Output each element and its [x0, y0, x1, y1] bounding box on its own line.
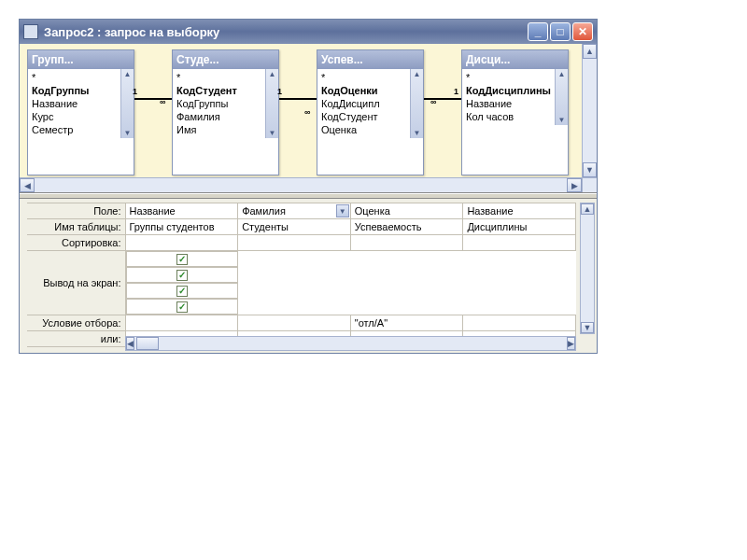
grid-cell-sort[interactable]: [350, 235, 463, 251]
grid-vertical-scrollbar[interactable]: ▲ ▼: [580, 203, 595, 334]
scroll-down-icon[interactable]: ▼: [581, 322, 594, 333]
field-item[interactable]: Оценка: [321, 123, 419, 136]
cell-value: Фамилия: [242, 205, 286, 217]
scroll-up-icon[interactable]: ▲: [414, 69, 421, 79]
show-checkbox[interactable]: ✓: [176, 270, 188, 281]
field-item[interactable]: КодДисципл: [321, 97, 419, 110]
grid-row-label: или:: [27, 331, 125, 347]
table-box[interactable]: Групп...*КодГруппыНазваниеКурсСеместр▲▼: [27, 49, 134, 175]
grid-cell-sort[interactable]: [463, 235, 576, 251]
relation-many-label: ∞: [430, 97, 436, 106]
tables-diagram-pane[interactable]: Групп...*КодГруппыНазваниеКурсСеместр▲▼С…: [20, 44, 597, 193]
scroll-thumb[interactable]: [136, 337, 159, 350]
scroll-down-icon[interactable]: ▼: [414, 128, 421, 138]
grid-row-sort: Сортировка:: [27, 235, 576, 251]
show-checkbox[interactable]: ✓: [176, 286, 188, 297]
table-scrollbar[interactable]: ▲▼: [410, 69, 423, 138]
grid-cell-criteria[interactable]: [125, 315, 238, 331]
grid-row-field: Поле:НазваниеФамилия▼ОценкаНазвание: [27, 203, 576, 219]
grid-cell-table[interactable]: Дисциплины: [463, 219, 576, 235]
grid-cell-show[interactable]: ✓: [126, 299, 238, 315]
grid-cell-sort[interactable]: [125, 235, 238, 251]
dropdown-arrow-icon[interactable]: ▼: [336, 204, 349, 217]
field-item[interactable]: Название: [32, 97, 130, 110]
grid-cell-field[interactable]: Оценка: [350, 203, 463, 219]
table-title[interactable]: Студе...: [173, 50, 278, 69]
field-item[interactable]: КодДисциплины: [466, 84, 564, 97]
table-title[interactable]: Успев...: [317, 50, 423, 69]
table-scrollbar[interactable]: ▲▼: [265, 69, 278, 138]
grid-horizontal-scrollbar[interactable]: ◀ ▶: [125, 336, 576, 351]
minimize-button[interactable]: _: [528, 22, 548, 41]
scroll-up-icon[interactable]: ▲: [583, 44, 597, 59]
table-field-list[interactable]: *КодСтудентКодГруппыФамилияИмя▲▼: [173, 69, 278, 138]
scroll-down-icon[interactable]: ▼: [269, 128, 276, 138]
field-item[interactable]: КодГруппы: [32, 84, 130, 97]
grid-cell-field[interactable]: Фамилия▼: [238, 203, 351, 219]
relation-one-label: 1: [277, 87, 282, 96]
diagram-vertical-scrollbar[interactable]: ▲ ▼: [582, 44, 597, 177]
table-box[interactable]: Студе...*КодСтудентКодГруппыФамилияИмя▲▼: [172, 49, 279, 175]
scroll-up-icon[interactable]: ▲: [558, 69, 566, 79]
cell-value: Группы студентов: [130, 221, 215, 232]
table-box[interactable]: Дисци...*КодДисциплиныНазваниеКол часов▲…: [461, 49, 569, 175]
scroll-up-icon[interactable]: ▲: [124, 69, 132, 79]
scroll-left-icon[interactable]: ◀: [20, 178, 35, 192]
grid-cell-table[interactable]: Группы студентов: [125, 219, 238, 235]
field-item[interactable]: КодГруппы: [176, 97, 275, 110]
grid-cell-show[interactable]: ✓: [126, 251, 238, 267]
field-item[interactable]: Курс: [32, 110, 130, 123]
scroll-right-icon[interactable]: ▶: [567, 337, 575, 350]
table-scrollbar[interactable]: ▲▼: [120, 69, 134, 138]
cell-value: Оценка: [355, 205, 390, 217]
field-item[interactable]: *: [321, 71, 419, 84]
query-design-grid[interactable]: Поле:НазваниеФамилия▼ОценкаНазваниеИмя т…: [27, 203, 576, 347]
diagram-horizontal-scrollbar[interactable]: ◀ ▶: [20, 177, 582, 192]
show-checkbox[interactable]: ✓: [176, 254, 188, 265]
table-scrollbar[interactable]: ▲▼: [555, 69, 568, 125]
grid-cell-criteria[interactable]: "отл/A": [350, 315, 463, 331]
table-field-list[interactable]: *КодОценкиКодДисциплКодСтудентОценка▲▼: [317, 69, 423, 138]
table-title[interactable]: Дисци...: [462, 50, 568, 69]
grid-cell-field[interactable]: Название: [125, 203, 238, 219]
grid-cell-field[interactable]: Название: [463, 203, 576, 219]
query-design-window: Запрос2 : запрос на выборку _ □ ✕ Групп.…: [19, 19, 598, 354]
cell-value: Студенты: [242, 221, 289, 232]
table-box[interactable]: Успев...*КодОценкиКодДисциплКодСтудентОц…: [317, 49, 424, 175]
grid-cell-table[interactable]: Студенты: [238, 219, 351, 235]
table-field-list[interactable]: *КодДисциплиныНазваниеКол часов▲▼: [462, 69, 568, 125]
scroll-up-icon[interactable]: ▲: [581, 203, 594, 215]
field-item[interactable]: КодСтудент: [321, 110, 419, 123]
field-item[interactable]: Кол часов: [466, 110, 564, 123]
field-item[interactable]: Семестр: [32, 123, 130, 136]
close-button[interactable]: ✕: [572, 22, 593, 41]
grid-cell-criteria[interactable]: [463, 315, 576, 331]
scroll-up-icon[interactable]: ▲: [269, 69, 276, 79]
show-checkbox[interactable]: ✓: [176, 301, 188, 313]
field-item[interactable]: Имя: [176, 123, 275, 136]
cell-value: Успеваемость: [355, 221, 422, 232]
scroll-right-icon[interactable]: ▶: [567, 178, 582, 192]
relation-one-label: 1: [133, 87, 137, 96]
grid-cell-criteria[interactable]: [238, 315, 351, 331]
titlebar[interactable]: Запрос2 : запрос на выборку _ □ ✕: [20, 20, 597, 44]
scroll-left-icon[interactable]: ◀: [126, 337, 134, 350]
grid-cell-show[interactable]: ✓: [126, 267, 238, 283]
maximize-button[interactable]: □: [550, 22, 571, 41]
grid-cell-sort[interactable]: [238, 235, 351, 251]
scroll-down-icon[interactable]: ▼: [124, 128, 132, 138]
table-title[interactable]: Групп...: [28, 50, 134, 69]
field-item[interactable]: КодСтудент: [176, 84, 275, 97]
table-field-list[interactable]: *КодГруппыНазваниеКурсСеместр▲▼: [28, 69, 134, 138]
window-title: Запрос2 : запрос на выборку: [44, 25, 528, 39]
field-item[interactable]: Название: [466, 97, 564, 110]
grid-cell-table[interactable]: Успеваемость: [350, 219, 463, 235]
field-item[interactable]: Фамилия: [176, 110, 275, 123]
field-item[interactable]: *: [32, 71, 130, 84]
scroll-down-icon[interactable]: ▼: [558, 115, 566, 125]
scroll-down-icon[interactable]: ▼: [583, 162, 597, 177]
grid-cell-show[interactable]: ✓: [126, 283, 238, 299]
field-item[interactable]: *: [466, 71, 564, 84]
field-item[interactable]: КодОценки: [321, 84, 419, 97]
field-item[interactable]: *: [176, 71, 275, 84]
